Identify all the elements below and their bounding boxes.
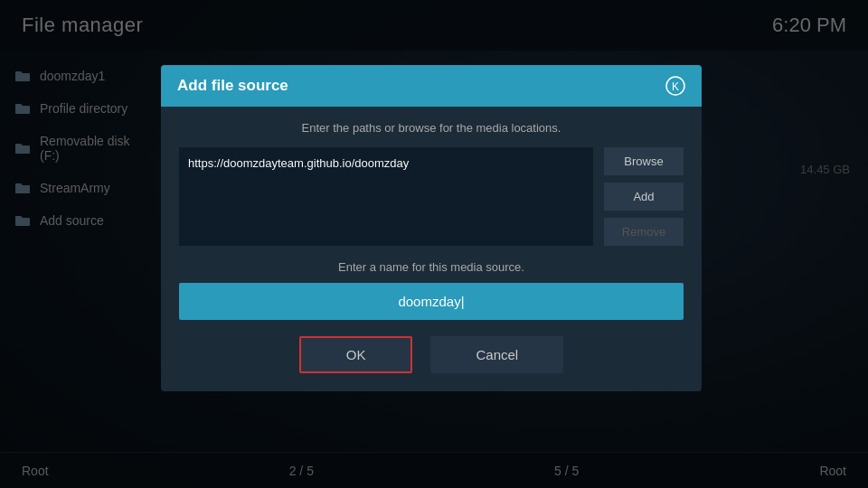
add-button[interactable]: Add [604, 183, 684, 211]
remove-button[interactable]: Remove [604, 218, 684, 246]
dialog-close-button[interactable]: K [665, 76, 685, 96]
source-input-area[interactable]: https://doomzdayteam.github.io/doomzday [179, 147, 593, 246]
ok-button[interactable]: OK [299, 336, 413, 373]
browse-button[interactable]: Browse [604, 147, 684, 175]
source-buttons: Browse Add Remove [604, 147, 684, 246]
dialog-body: Enter the paths or browse for the media … [161, 107, 702, 391]
cancel-button[interactable]: Cancel [430, 336, 563, 373]
dialog-instruction2: Enter a name for this media source. [179, 260, 684, 274]
dialog-actions: OK Cancel [179, 336, 684, 373]
source-row: https://doomzdayteam.github.io/doomzday … [179, 147, 684, 246]
add-file-source-dialog: Add file source K Enter the paths or bro… [161, 65, 702, 391]
source-url: https://doomzdayteam.github.io/doomzday [188, 156, 409, 170]
name-input-wrapper [179, 283, 684, 320]
dialog-header: Add file source K [161, 65, 702, 107]
svg-text:K: K [672, 80, 679, 93]
dialog-title: Add file source [177, 77, 288, 95]
dialog-instruction1: Enter the paths or browse for the media … [179, 121, 684, 135]
name-input[interactable] [181, 285, 682, 318]
